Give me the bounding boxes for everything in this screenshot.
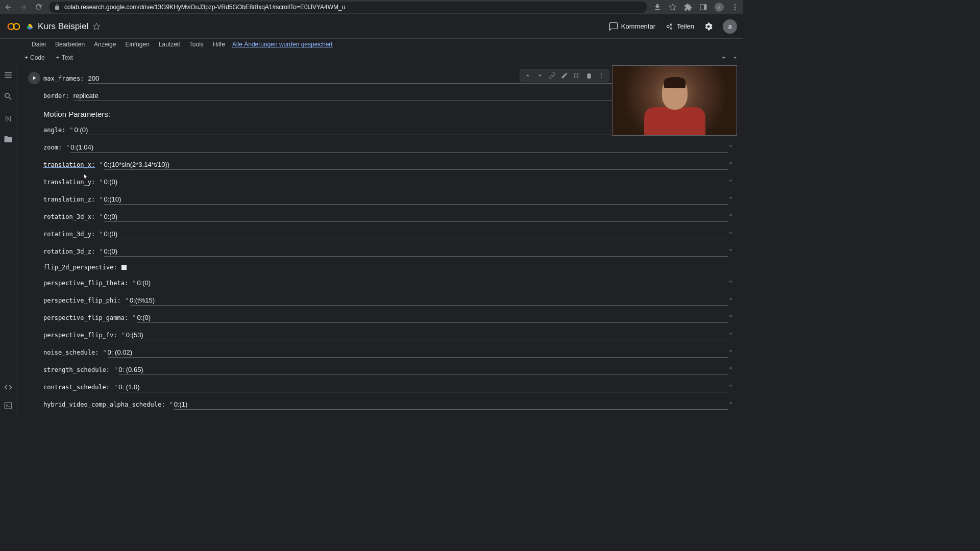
translation-y-input[interactable] — [104, 177, 727, 187]
rotation-3d-y-label: rotation_3d_y: — [43, 231, 95, 238]
svg-rect-1 — [704, 5, 706, 10]
reload-icon[interactable] — [35, 3, 43, 11]
more-icon[interactable] — [598, 72, 605, 79]
move-down-icon[interactable] — [536, 72, 544, 79]
terminal-icon[interactable] — [4, 401, 13, 410]
rotation-3d-y-input[interactable] — [104, 229, 727, 239]
flip-2d-checkbox[interactable] — [121, 265, 127, 270]
lock-icon — [54, 4, 60, 10]
translation-x-label: translation_x: — [43, 161, 95, 168]
browser-bar: colab.research.google.com/drive/13G9KHyM… — [0, 0, 743, 14]
expand-icon[interactable] — [731, 54, 739, 62]
comment-icon — [609, 22, 618, 31]
main-area: {x} max_fr — [0, 65, 743, 416]
persp-phi-input[interactable] — [130, 295, 728, 306]
add-text-button[interactable]: + Text — [52, 52, 77, 63]
variables-icon[interactable]: {x} — [4, 113, 13, 122]
noise-schedule-label: noise_schedule: — [43, 349, 99, 356]
contrast-schedule-label: contrast_schedule: — [43, 384, 110, 391]
menu-einfuegen[interactable]: Einfügen — [121, 40, 153, 49]
play-icon — [31, 75, 37, 81]
cell-actions — [520, 69, 609, 82]
forward-icon[interactable] — [19, 3, 28, 11]
persp-theta-label: perspective_flip_theta: — [43, 280, 128, 287]
svg-point-7 — [667, 25, 670, 28]
share-button[interactable]: Teilen — [665, 22, 694, 31]
doc-star-icon[interactable] — [92, 22, 101, 31]
link-icon[interactable] — [549, 72, 556, 79]
hybrid-alpha-input[interactable] — [174, 399, 728, 410]
rotation-3d-x-label: rotation_3d_x: — [43, 213, 95, 220]
menu-datei[interactable]: Datei — [28, 40, 50, 49]
zoom-input[interactable] — [70, 142, 727, 153]
strength-schedule-label: strength_schedule: — [43, 366, 110, 373]
svg-point-8 — [670, 23, 672, 25]
browser-avatar[interactable]: a — [715, 3, 724, 12]
translation-x-input[interactable] — [104, 160, 727, 170]
url-bar[interactable]: colab.research.google.com/drive/13G9KHyM… — [49, 2, 647, 13]
menu-laufzeit[interactable]: Laufzeit — [155, 40, 184, 49]
svg-point-14 — [601, 73, 602, 74]
url-text: colab.research.google.com/drive/13G9KHyM… — [64, 4, 345, 11]
gear-icon[interactable] — [703, 21, 714, 32]
persp-gamma-input[interactable] — [137, 313, 727, 323]
extensions-icon[interactable] — [684, 3, 692, 11]
caret-down-icon[interactable] — [720, 54, 728, 62]
svg-point-16 — [601, 77, 602, 78]
browser-menu-icon[interactable] — [731, 3, 739, 11]
back-icon[interactable] — [4, 3, 12, 11]
persp-theta-input[interactable] — [137, 278, 727, 288]
svg-point-2 — [734, 4, 736, 6]
toc-icon[interactable] — [4, 70, 13, 80]
svg-rect-13 — [577, 74, 579, 78]
rotation-3d-z-label: rotation_3d_z: — [43, 248, 95, 255]
doc-title[interactable]: Kurs Beispiel — [38, 21, 88, 32]
move-up-icon[interactable] — [524, 72, 531, 79]
strength-schedule-input[interactable] — [118, 365, 727, 375]
svg-point-4 — [734, 9, 736, 10]
contrast-schedule-input[interactable] — [118, 382, 727, 392]
folder-icon[interactable] — [4, 135, 13, 144]
border-label: border: — [43, 92, 69, 99]
install-icon[interactable] — [653, 3, 662, 11]
mirror-icon[interactable] — [573, 72, 580, 79]
comment-button[interactable]: Kommentar — [609, 22, 655, 31]
save-status[interactable]: Alle Änderungen wurden gespeichert — [232, 41, 333, 48]
colab-logo-icon — [6, 19, 21, 34]
svg-point-9 — [670, 28, 672, 29]
user-avatar[interactable]: a — [723, 19, 737, 34]
run-button[interactable] — [28, 72, 40, 84]
rotation-3d-x-input[interactable] — [104, 212, 727, 222]
persp-fv-input[interactable] — [126, 330, 728, 340]
persp-phi-label: perspective_flip_phi: — [43, 297, 121, 304]
translation-z-input[interactable] — [104, 194, 727, 205]
edit-icon[interactable] — [561, 72, 568, 79]
svg-point-3 — [734, 7, 736, 8]
flip-2d-label: flip_2d_perspective: — [43, 264, 117, 271]
svg-rect-11 — [5, 403, 12, 409]
star-icon[interactable] — [669, 3, 677, 11]
rotation-3d-z-input[interactable] — [104, 246, 727, 257]
translation-z-label: translation_z: — [43, 196, 95, 203]
sidepanel-icon[interactable] — [699, 3, 707, 11]
delete-icon[interactable] — [585, 72, 593, 79]
menu-tools[interactable]: Tools — [185, 40, 208, 49]
colab-header: Kurs Beispiel Kommentar Teilen a — [0, 14, 743, 39]
svg-point-15 — [601, 75, 602, 76]
menu-anzeige[interactable]: Anzeige — [90, 40, 120, 49]
webcam-overlay — [612, 65, 737, 136]
svg-text:{x}: {x} — [5, 115, 12, 121]
menu-bar: Datei Bearbeiten Anzeige Einfügen Laufze… — [0, 39, 743, 50]
menu-hilfe[interactable]: Hilfe — [209, 40, 229, 49]
svg-rect-12 — [574, 74, 576, 78]
notebook-content[interactable]: max_frames: border: Motion Parameters: a… — [16, 65, 743, 416]
menu-bearbeiten[interactable]: Bearbeiten — [51, 40, 89, 49]
angle-label: angle: — [43, 127, 65, 134]
zoom-label: zoom: — [43, 144, 62, 151]
persp-gamma-label: perspective_flip_gamma: — [43, 314, 128, 321]
code-snippet-icon[interactable] — [4, 383, 13, 392]
add-code-button[interactable]: + Code — [20, 52, 49, 63]
search-icon[interactable] — [4, 92, 13, 101]
noise-schedule-input[interactable] — [108, 347, 728, 358]
translation-y-label: translation_y: — [43, 179, 95, 186]
